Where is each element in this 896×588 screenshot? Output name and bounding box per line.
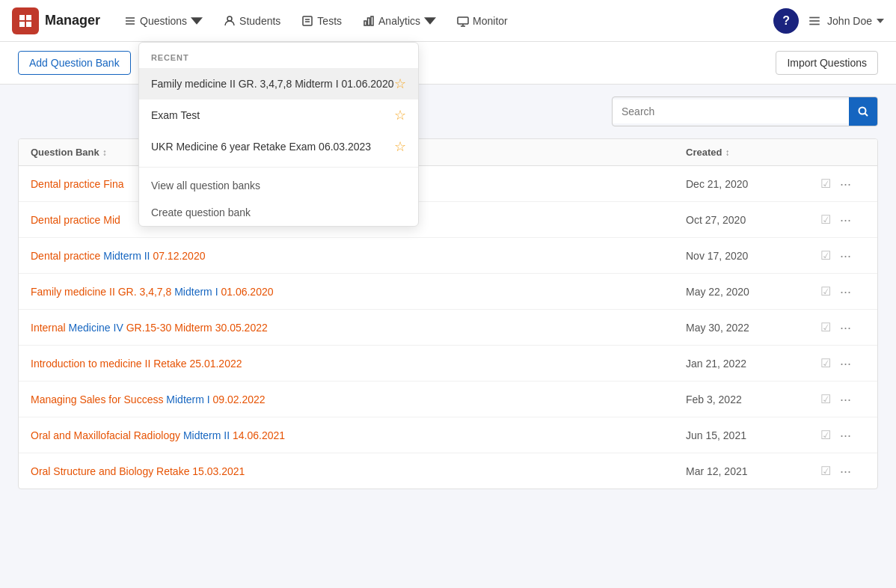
svg-rect-11	[364, 21, 366, 25]
row-name-6[interactable]: Managing Sales for Success Midterm I 09.…	[31, 393, 686, 405]
dots-button-7[interactable]: ···	[837, 429, 854, 442]
help-button[interactable]: ?	[773, 8, 799, 34]
row-actions-4: ☑ ···	[820, 320, 865, 334]
row-name-5[interactable]: Introduction to medicine II Retake 25.01…	[31, 358, 686, 370]
svg-point-20	[859, 108, 866, 114]
nav-tests[interactable]: Tests	[292, 9, 351, 33]
table-row: Oral Structure and Biology Retake 15.03.…	[19, 453, 877, 489]
svg-rect-3	[26, 22, 31, 27]
row-highlight-3: Midterm I	[174, 286, 218, 298]
svg-rect-14	[458, 17, 468, 24]
students-icon	[224, 15, 236, 27]
dropdown-create[interactable]: Create question bank	[139, 199, 418, 226]
main-content: Add Question Bank Import Questions Quest…	[0, 42, 896, 501]
add-question-bank-button[interactable]: Add Question Bank	[18, 51, 131, 75]
search-wrap	[612, 97, 878, 126]
questions-dropdown: RECENT Family medicine II GR. 3,4,7,8 Mi…	[138, 42, 419, 227]
svg-point-7	[227, 16, 232, 21]
row-date-7: Jun 15, 2021	[686, 429, 820, 441]
dropdown-item-0[interactable]: Family medicine II GR. 3,4,7,8 Midterm I…	[139, 68, 418, 99]
row-date-2: Nov 17, 2020	[686, 250, 820, 262]
analytics-chevron-icon	[424, 15, 436, 27]
star-icon-0[interactable]: ☆	[394, 76, 406, 92]
table-row: Introduction to medicine II Retake 25.01…	[19, 346, 877, 382]
star-icon-1[interactable]: ☆	[394, 107, 406, 123]
row-actions-3: ☑ ···	[820, 284, 865, 298]
row-name-2[interactable]: Dental practice Midterm II 07.12.2020	[31, 250, 686, 262]
search-button[interactable]	[849, 97, 877, 126]
row-highlight-7: Midterm II	[183, 429, 230, 441]
nav-tests-label: Tests	[317, 15, 342, 27]
check-icon-1: ☑	[820, 212, 831, 227]
nav-monitor-label: Monitor	[473, 15, 508, 27]
check-icon-2: ☑	[820, 248, 831, 263]
row-name-7[interactable]: Oral and Maxillofacial Radiology Midterm…	[31, 429, 686, 441]
svg-rect-2	[19, 22, 25, 27]
svg-rect-0	[19, 15, 25, 20]
check-icon-4: ☑	[820, 320, 831, 334]
user-menu[interactable]: John Doe	[827, 15, 884, 27]
menu-icon	[808, 14, 821, 28]
row-actions-7: ☑ ···	[820, 428, 865, 442]
dropdown-divider	[139, 167, 418, 168]
row-name-8[interactable]: Oral Structure and Biology Retake 15.03.…	[31, 465, 686, 477]
dots-button-1[interactable]: ···	[837, 213, 854, 227]
dots-button-5[interactable]: ···	[837, 357, 854, 370]
nav-questions-label: Questions	[140, 15, 187, 27]
user-chevron-icon	[877, 19, 884, 23]
row-highlight-2: Midterm II	[103, 250, 150, 262]
dots-button-8[interactable]: ···	[837, 465, 854, 478]
check-icon-7: ☑	[820, 428, 831, 442]
table-row: Family medicine II GR. 3,4,7,8 Midterm I…	[19, 274, 877, 310]
svg-rect-12	[368, 18, 370, 25]
dots-button-3[interactable]: ···	[837, 285, 854, 298]
row-date-0: Dec 21, 2020	[686, 178, 820, 190]
dropdown-view-all[interactable]: View all question banks	[139, 172, 418, 199]
row-highlight-4: Medicine IV	[69, 322, 123, 334]
check-icon-6: ☑	[820, 392, 831, 406]
dropdown-item-label-2: UKR Medicine 6 year Retake Exam 06.03.20…	[151, 141, 371, 153]
chevron-down-icon	[191, 15, 203, 27]
row-date-6: Feb 3, 2022	[686, 393, 820, 405]
dots-button-4[interactable]: ···	[837, 321, 854, 334]
app-title: Manager	[45, 13, 100, 28]
svg-line-21	[865, 114, 868, 117]
star-icon-2[interactable]: ☆	[394, 138, 406, 155]
logo-icon	[12, 7, 39, 34]
search-icon	[857, 105, 869, 117]
nav-questions[interactable]: Questions	[115, 9, 212, 33]
nav-students[interactable]: Students	[215, 9, 289, 33]
dropdown-item-2[interactable]: UKR Medicine 6 year Retake Exam 06.03.20…	[139, 131, 418, 162]
table-row: Oral and Maxillofacial Radiology Midterm…	[19, 417, 877, 453]
nav-monitor[interactable]: Monitor	[448, 9, 517, 33]
row-actions-5: ☑ ···	[820, 356, 865, 370]
import-questions-button[interactable]: Import Questions	[776, 51, 878, 75]
app-logo[interactable]: Manager	[12, 7, 100, 34]
toolbar: Add Question Bank Import Questions	[0, 42, 896, 85]
search-input[interactable]	[613, 99, 849, 123]
nav-analytics[interactable]: Analytics	[354, 9, 445, 33]
table-row: Managing Sales for Success Midterm I 09.…	[19, 382, 877, 417]
row-name-3[interactable]: Family medicine II GR. 3,4,7,8 Midterm I…	[31, 286, 686, 298]
nav-analytics-label: Analytics	[378, 15, 420, 27]
row-date-5: Jan 21, 2022	[686, 358, 820, 370]
created-sort-icon[interactable]: ↕	[725, 147, 729, 158]
tests-icon	[301, 15, 313, 27]
check-icon-8: ☑	[820, 464, 831, 478]
dropdown-item-1[interactable]: Exam Test ☆	[139, 99, 418, 131]
col-created: Created ↕	[686, 147, 820, 158]
row-actions-6: ☑ ···	[820, 392, 865, 406]
content-area: Question Bank ↕ Created ↕ Dental practic…	[0, 85, 896, 501]
sort-icon[interactable]: ↕	[102, 147, 107, 158]
check-icon-5: ☑	[820, 356, 831, 370]
row-date-3: May 22, 2020	[686, 286, 820, 298]
row-actions-0: ☑ ···	[820, 177, 865, 191]
dropdown-item-label-0: Family medicine II GR. 3,4,7,8 Midterm I…	[151, 78, 393, 90]
row-actions-1: ☑ ···	[820, 212, 865, 227]
row-name-4[interactable]: Internal Medicine IV GR.15-30 Midterm 30…	[31, 322, 686, 334]
dots-button-6[interactable]: ···	[837, 393, 854, 406]
navbar: Manager Questions Students Tests Analyti…	[0, 0, 896, 42]
dots-button-2[interactable]: ···	[837, 249, 854, 263]
dots-button-0[interactable]: ···	[837, 177, 854, 191]
user-name: John Doe	[827, 15, 872, 27]
